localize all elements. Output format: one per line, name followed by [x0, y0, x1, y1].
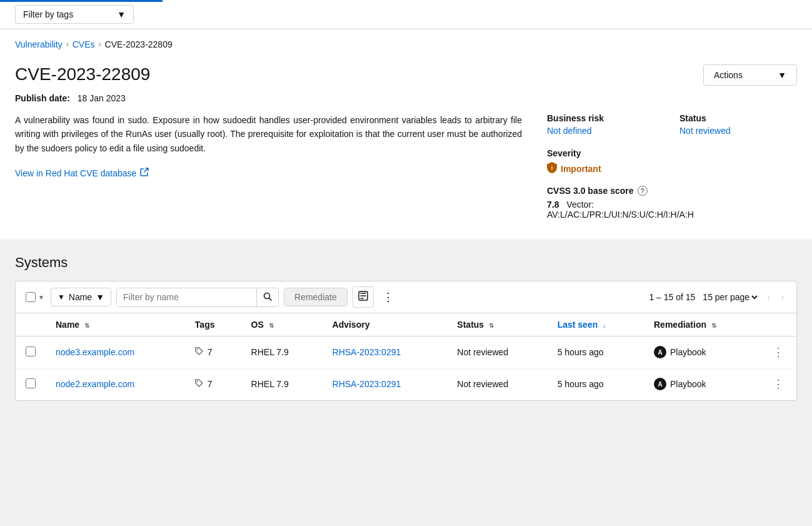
page-title: CVE-2023-22809 — [15, 64, 150, 84]
advisory-link-0[interactable]: RHSA-2023:0291 — [333, 347, 401, 357]
select-all-checkbox-area[interactable]: ▼ — [26, 292, 46, 302]
row-tags-cell: 7 — [185, 336, 241, 368]
tag-count-1: 7 — [208, 379, 213, 389]
col-status-sort-icon: ⇅ — [489, 322, 494, 329]
row-actions-cell[interactable]: ⋮ — [760, 336, 796, 368]
actions-button[interactable]: Actions ▼ — [703, 64, 797, 86]
table-row: node3.example.com 7 RHEL 7.9 RHSA-2023:0… — [16, 336, 796, 368]
cvss-value: 7.8 Vector: AV:L/AC:L/PR:L/UI:N/S:U/C:H/… — [547, 200, 797, 220]
severity-badge: ! Important — [547, 162, 601, 176]
toolbar-kebab-button[interactable]: ⋮ — [379, 288, 398, 306]
remediate-button[interactable]: Remediate — [284, 288, 348, 306]
row-name-cell: node2.example.com — [46, 368, 185, 400]
search-button[interactable] — [256, 288, 278, 306]
breadcrumb-current: CVE-2023-22809 — [105, 39, 173, 49]
pagination-select[interactable]: 15 per page 25 per page 50 per page — [700, 291, 759, 303]
pagination-text: 1 – 15 of 15 — [649, 292, 695, 302]
row-os-cell: RHEL 7.9 — [241, 336, 323, 368]
remediation-label-0: Playbook — [670, 347, 706, 357]
row-checkbox-cell[interactable] — [16, 368, 46, 400]
breadcrumb-sep-2: › — [99, 40, 101, 49]
cvss-vector-label: Vector: — [566, 200, 594, 210]
select-all-checkbox[interactable] — [26, 292, 36, 302]
col-remediation-sort-icon: ⇅ — [711, 322, 716, 329]
search-input-wrapper — [116, 288, 279, 307]
systems-title: Systems — [15, 255, 797, 271]
export-icon — [358, 292, 368, 303]
business-risk-value[interactable]: Not defined — [547, 126, 664, 136]
filter-name-caret: ▼ — [96, 292, 104, 302]
col-name-label: Name — [56, 320, 79, 330]
pagination-next-button[interactable]: › — [778, 289, 786, 305]
col-name[interactable]: Name ⇅ — [46, 313, 185, 336]
row-status-cell: Not reviewed — [447, 336, 547, 368]
tag-icon-1 — [195, 379, 204, 390]
systems-table: Name ⇅ Tags OS ⇅ Advisory Status — [16, 313, 796, 400]
breadcrumb: Vulnerability › CVEs › CVE-2023-22809 — [0, 29, 812, 54]
system-link-0[interactable]: node3.example.com — [56, 347, 134, 357]
cvss-vector-value: AV:L/AC:L/PR:L/UI:N/S:U/C:H/I:H/A:H — [547, 210, 694, 220]
col-tags-label: Tags — [195, 320, 215, 330]
filter-icon: ▼ — [58, 293, 65, 301]
col-advisory: Advisory — [323, 313, 448, 336]
advisory-link-1[interactable]: RHSA-2023:0291 — [333, 379, 401, 389]
row-name-cell: node3.example.com — [46, 336, 185, 368]
playbook-icon-0: A — [654, 346, 666, 358]
col-status[interactable]: Status ⇅ — [447, 313, 547, 336]
remediation-label-1: Playbook — [670, 379, 706, 389]
svg-text:!: ! — [551, 165, 553, 171]
filter-tags-dropdown[interactable]: Filter by tags ▼ — [15, 5, 134, 24]
search-icon — [263, 293, 272, 303]
row-tags-cell: 7 — [185, 368, 241, 400]
breadcrumb-sep-1: › — [66, 40, 69, 49]
filter-name-label: Name — [69, 292, 92, 302]
severity-label: Severity — [547, 148, 797, 158]
cvss-score: 7.8 — [547, 200, 559, 210]
col-last-seen[interactable]: Last seen ↓ — [548, 313, 644, 336]
row-os-cell: RHEL 7.9 — [241, 368, 323, 400]
external-link-icon — [140, 168, 149, 178]
col-status-label: Status — [457, 320, 484, 330]
row-kebab-btn-0[interactable]: ⋮ — [770, 344, 786, 360]
status-label: Status — [679, 113, 797, 123]
svg-point-4 — [197, 349, 198, 350]
actions-label: Actions — [714, 70, 743, 80]
svg-line-2 — [269, 298, 272, 300]
help-icon[interactable]: ? — [638, 186, 648, 196]
publish-date-label: Publish date: — [15, 93, 70, 103]
export-button[interactable] — [353, 286, 374, 308]
redhat-cve-link[interactable]: View in Red Hat CVE database — [15, 168, 149, 178]
col-os[interactable]: OS ⇅ — [241, 313, 323, 336]
cvss-label: CVSS 3.0 base score ? — [547, 186, 797, 196]
row-kebab-btn-1[interactable]: ⋮ — [770, 376, 786, 392]
col-last-seen-sort-icon: ↓ — [603, 322, 606, 329]
row-last-seen-cell: 5 hours ago — [548, 368, 644, 400]
search-input[interactable] — [117, 288, 256, 306]
actions-chevron-icon: ▼ — [778, 70, 786, 80]
pagination-prev-button[interactable]: ‹ — [764, 289, 773, 305]
row-advisory-cell: RHSA-2023:0291 — [323, 336, 448, 368]
breadcrumb-cves[interactable]: CVEs — [73, 39, 95, 49]
status-value[interactable]: Not reviewed — [679, 126, 797, 136]
tag-count-0: 7 — [208, 347, 213, 357]
tag-icon-0 — [195, 347, 204, 358]
col-row-actions — [760, 313, 796, 336]
select-dropdown-caret[interactable]: ▼ — [37, 293, 46, 302]
severity-value: Important — [561, 164, 601, 174]
col-remediation-label: Remediation — [654, 320, 706, 330]
row-advisory-cell: RHSA-2023:0291 — [323, 368, 448, 400]
col-remediation[interactable]: Remediation ⇅ — [644, 313, 760, 336]
row-checkbox-cell[interactable] — [16, 336, 46, 368]
system-link-1[interactable]: node2.example.com — [56, 379, 134, 389]
col-advisory-label: Advisory — [333, 320, 370, 330]
row-actions-cell[interactable]: ⋮ — [760, 368, 796, 400]
filter-name-dropdown[interactable]: ▼ Name ▼ — [51, 288, 111, 306]
cvss-label-text: CVSS 3.0 base score — [547, 186, 634, 196]
row-checkbox-0[interactable] — [26, 346, 36, 357]
shield-icon: ! — [547, 162, 557, 176]
col-os-label: OS — [251, 320, 264, 330]
business-risk-label: Business risk — [547, 113, 664, 123]
row-remediation-cell: A Playbook — [644, 336, 760, 368]
row-checkbox-1[interactable] — [26, 378, 36, 388]
breadcrumb-vulnerability[interactable]: Vulnerability — [15, 39, 63, 49]
